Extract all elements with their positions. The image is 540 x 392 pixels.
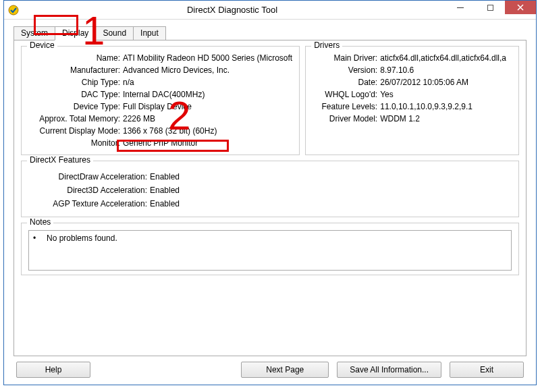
tab-panel-display: 2 Device Name:ATI Mobility Radeon HD 500…	[14, 40, 526, 356]
device-total-memory-value: 2226 MB	[123, 114, 155, 123]
drivers-version-label: Version:	[313, 65, 380, 75]
device-manufacturer-label: Manufacturer:	[28, 65, 123, 75]
group-drivers-legend: Drivers	[311, 40, 342, 50]
device-name-value: ATI Mobility Radeon HD 5000 Series (Micr…	[123, 53, 292, 63]
titlebar: DirectX Diagnostic Tool	[4, 1, 536, 20]
svg-point-0	[9, 5, 18, 15]
close-button[interactable]	[505, 1, 536, 14]
drivers-version-value: 8.97.10.6	[380, 65, 414, 75]
tab-strip: System Display Sound Input	[14, 25, 526, 40]
dx-directdraw-value: Enabled	[150, 172, 180, 181]
device-type-value: Full Display Device	[123, 102, 192, 111]
device-display-mode-value: 1366 x 768 (32 bit) (60Hz)	[123, 126, 217, 136]
next-page-button[interactable]: Next Page	[241, 362, 329, 378]
app-icon	[8, 5, 19, 16]
drivers-feature-levels-value: 11.0,10.1,10.0,9.3,9.2,9.1	[380, 102, 473, 111]
device-chip-type-label: Chip Type:	[28, 78, 123, 87]
exit-button[interactable]: Exit	[450, 362, 524, 378]
device-total-memory-label: Approx. Total Memory:	[28, 114, 123, 123]
maximize-button[interactable]	[475, 1, 505, 14]
drivers-whql-label: WHQL Logo'd:	[313, 90, 380, 99]
group-dxfeatures-legend: DirectX Features	[27, 155, 93, 165]
drivers-whql-value: Yes	[380, 90, 394, 99]
tab-display[interactable]: Display	[55, 26, 96, 40]
device-monitor-value: Generic PnP Monitor	[123, 138, 198, 148]
drivers-model-value: WDDM 1.2	[380, 114, 420, 123]
dx-direct3d-value: Enabled	[150, 186, 180, 195]
dx-directdraw-label: DirectDraw Acceleration:	[28, 172, 150, 181]
device-display-mode-label: Current Display Mode:	[28, 126, 123, 136]
notes-line-1: No problems found.	[47, 233, 117, 243]
device-chip-type-value: n/a	[123, 78, 134, 87]
drivers-model-label: Driver Model:	[313, 114, 380, 123]
drivers-main-label: Main Driver:	[313, 53, 380, 63]
group-device-legend: Device	[27, 40, 57, 50]
device-manufacturer-value: Advanced Micro Devices, Inc.	[123, 65, 230, 75]
help-button[interactable]: Help	[16, 362, 90, 378]
save-all-button[interactable]: Save All Information...	[337, 362, 441, 378]
notes-bullet-icon: •	[33, 233, 47, 243]
button-bar: Help Next Page Save All Information... E…	[14, 356, 526, 378]
tab-sound[interactable]: Sound	[95, 26, 134, 40]
device-name-label: Name:	[28, 53, 123, 63]
drivers-feature-levels-label: Feature Levels:	[313, 102, 380, 111]
drivers-main-value: aticfx64.dll,aticfx64.dll,aticfx64.dll,a	[380, 53, 506, 63]
dx-direct3d-label: Direct3D Acceleration:	[28, 186, 150, 195]
window-title: DirectX Diagnostic Tool	[19, 5, 446, 15]
group-notes-legend: Notes	[27, 217, 53, 227]
device-dac-type-label: DAC Type:	[28, 90, 123, 99]
drivers-date-value: 26/07/2012 10:05:06 AM	[380, 78, 468, 87]
device-dac-type-value: Internal DAC(400MHz)	[123, 90, 205, 99]
tab-input[interactable]: Input	[133, 26, 166, 40]
dx-agp-label: AGP Texture Acceleration:	[28, 199, 150, 208]
device-type-label: Device Type:	[28, 102, 123, 111]
device-monitor-label: Monitor:	[28, 138, 123, 148]
tab-system[interactable]: System	[14, 26, 55, 40]
dx-agp-value: Enabled	[150, 199, 180, 208]
minimize-button[interactable]	[446, 1, 475, 14]
drivers-date-label: Date:	[313, 78, 380, 87]
notes-textbox[interactable]: • No problems found.	[28, 230, 512, 271]
